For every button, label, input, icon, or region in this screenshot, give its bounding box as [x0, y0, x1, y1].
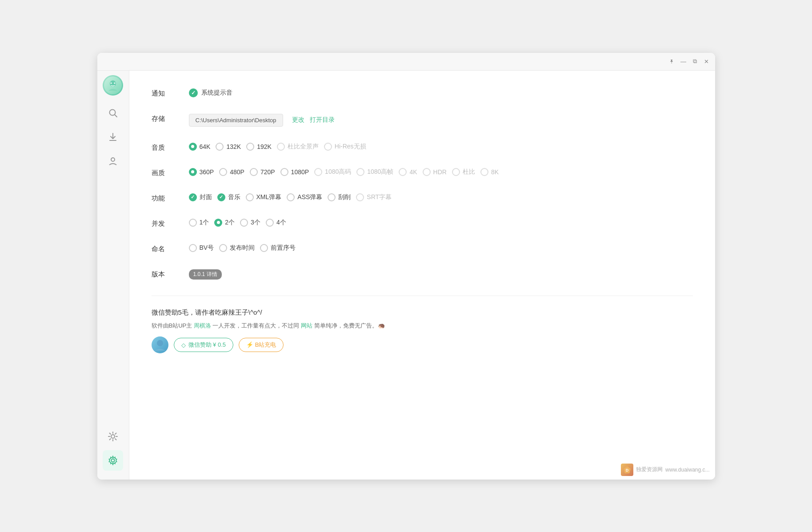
audio-hires-radio [324, 143, 332, 151]
feature-cover-label: 封面 [200, 193, 212, 201]
video-480p-label: 480P [230, 168, 244, 176]
concurrency-controls: 1个 2个 3个 4个 [189, 219, 286, 227]
notification-check-icon [189, 88, 198, 97]
storage-change-btn[interactable]: 更改 [292, 116, 304, 124]
version-badge[interactable]: 1.0.1 详情 [189, 269, 222, 280]
feature-srt-label: SRT字幕 [367, 193, 392, 201]
svg-line-15 [115, 433, 116, 434]
audio-132k-radio [216, 143, 224, 151]
wechat-donate-button[interactable]: ◇ 微信赞助 ¥ 0.5 [174, 338, 234, 352]
feature-scrape-checkbox [328, 193, 336, 201]
video-8k-label: 8K [491, 168, 499, 176]
watermark-logo: D [621, 464, 633, 476]
close-button[interactable]: ✕ [704, 58, 710, 64]
feature-cover[interactable]: 封面 [189, 193, 212, 201]
audio-dolby-radio [277, 143, 285, 151]
wechat-icon: ◇ [181, 342, 186, 348]
notification-row: 通知 系统提示音 [152, 88, 693, 98]
sidebar-item-search[interactable] [103, 103, 123, 123]
maximize-button[interactable]: ⧉ [692, 58, 698, 64]
naming-publish-time[interactable]: 发布时间 [219, 244, 255, 252]
video-480p[interactable]: 480P [219, 168, 244, 176]
concurrency-4[interactable]: 4个 [266, 219, 286, 227]
sidebar-item-settings[interactable] [103, 450, 123, 471]
feature-ass-danmaku[interactable]: ASS弹幕 [287, 193, 322, 201]
naming-prefix-radio [260, 244, 268, 252]
video-480p-radio [219, 168, 227, 176]
avatar-inner [104, 76, 122, 94]
feature-srt: SRT字幕 [356, 193, 392, 201]
concurrency-1-radio [189, 219, 197, 227]
pin-button[interactable]: 🖈 [669, 58, 675, 64]
minimize-button[interactable]: — [680, 58, 687, 64]
feature-scrape-label: 刮削 [338, 193, 351, 201]
concurrency-3-label: 3个 [251, 219, 260, 227]
svg-point-7 [111, 158, 115, 161]
concurrency-3[interactable]: 3个 [240, 219, 260, 227]
video-1080p[interactable]: 1080P [280, 168, 309, 176]
feature-xml-checkbox [246, 193, 254, 201]
naming-publish-radio [219, 244, 227, 252]
naming-controls: BV号 发布时间 前置序号 [189, 244, 296, 252]
app-window: 🖈 — ⧉ ✕ [97, 53, 715, 480]
author-link[interactable]: 周棋洛 [194, 322, 211, 329]
svg-text:D: D [626, 468, 629, 472]
donate-row: ◇ 微信赞助 ¥ 0.5 ⚡ B站充电 [152, 336, 693, 353]
svg-point-1 [111, 82, 112, 84]
sidebar-item-user[interactable] [103, 151, 123, 171]
storage-path: C:\Users\Administrator\Desktop [189, 114, 283, 127]
concurrency-1-label: 1个 [200, 219, 209, 227]
naming-row: 命名 BV号 发布时间 前置序号 [152, 244, 693, 253]
feature-xml-label: XML弹幕 [256, 193, 282, 201]
donate-avatar [152, 336, 168, 353]
naming-bv[interactable]: BV号 [189, 244, 214, 252]
video-1080hf-label: 1080高帧 [367, 168, 393, 176]
feature-xml-danmaku[interactable]: XML弹幕 [246, 193, 282, 201]
watermark-url: www.duaiwang.c... [665, 467, 709, 473]
sidebar-item-download[interactable] [103, 127, 123, 147]
audio-64k[interactable]: 64K [189, 143, 211, 151]
concurrency-2-label: 2个 [225, 219, 235, 227]
video-dolby-radio [452, 168, 460, 176]
features-controls: 封面 音乐 XML弹幕 ASS弹幕 [189, 193, 392, 201]
video-360p[interactable]: 360P [189, 168, 214, 176]
audio-64k-label: 64K [200, 143, 211, 150]
audio-132k[interactable]: 132K [216, 143, 241, 151]
notification-check[interactable]: 系统提示音 [189, 88, 232, 97]
naming-prefix-label: 前置序号 [271, 244, 296, 252]
video-1080hf-radio [356, 168, 364, 176]
naming-prefix[interactable]: 前置序号 [260, 244, 296, 252]
storage-row: 存储 C:\Users\Administrator\Desktop 更改 打开目… [152, 114, 693, 127]
feature-ass-label: ASS弹幕 [297, 193, 322, 201]
video-1080hc-label: 1080高码 [325, 168, 351, 176]
video-720p[interactable]: 720P [250, 168, 275, 176]
video-8k-radio [480, 168, 488, 176]
concurrency-2[interactable]: 2个 [214, 219, 235, 227]
concurrency-4-radio [266, 219, 274, 227]
audio-192k[interactable]: 192K [246, 143, 272, 151]
sidebar-item-theme[interactable] [103, 426, 123, 447]
storage-label: 存储 [152, 114, 178, 123]
bilibili-charge-button[interactable]: ⚡ B站充电 [239, 338, 284, 352]
concurrency-1[interactable]: 1个 [189, 219, 209, 227]
sidebar [97, 71, 129, 480]
donate-desc: 软件由B站UP主 周棋洛 一人开发，工作量有点大，不过同 网站 简单纯净，免费无… [152, 321, 693, 331]
storage-open-btn[interactable]: 打开目录 [310, 116, 335, 124]
video-1080hf: 1080高帧 [356, 168, 393, 176]
version-label: 版本 [152, 269, 178, 279]
audio-hires: Hi-Res无损 [324, 143, 366, 151]
feature-music[interactable]: 音乐 [217, 193, 240, 201]
watermark-text: 独爱资源网 [636, 466, 663, 473]
feature-scrape[interactable]: 刮削 [328, 193, 351, 201]
feature-srt-checkbox [356, 193, 364, 201]
video-1080p-label: 1080P [291, 168, 309, 176]
site-link[interactable]: 网站 [301, 322, 312, 329]
svg-point-8 [111, 435, 115, 438]
video-quality-controls: 360P 480P 720P 1080P [189, 168, 499, 176]
avatar [103, 75, 123, 96]
audio-132k-label: 132K [226, 143, 241, 150]
video-360p-label: 360P [200, 168, 214, 176]
video-1080hc-radio [314, 168, 322, 176]
video-dolby-label: 杜比 [463, 168, 475, 176]
donate-desc-middle: 一人开发，工作量有点大，不过同 [212, 322, 299, 329]
